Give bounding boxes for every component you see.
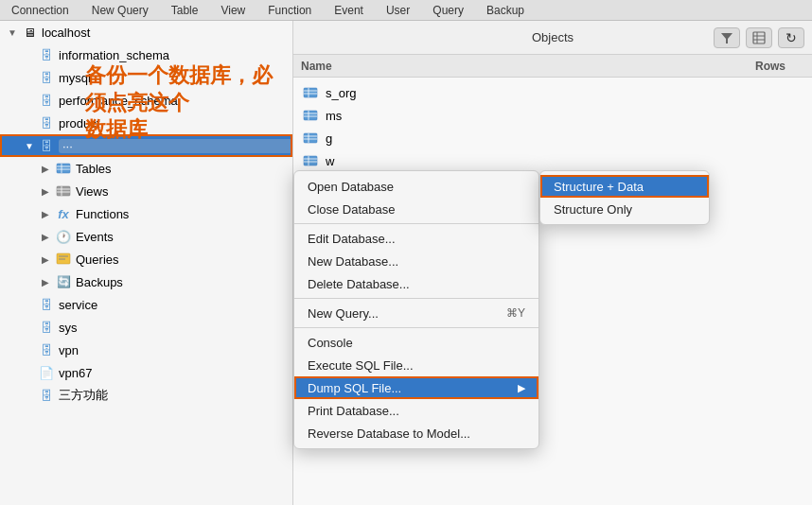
db-label-sys: sys	[59, 321, 292, 335]
menu-connection[interactable]: Connection	[8, 2, 73, 19]
table-view-button[interactable]	[746, 27, 772, 48]
backups-icon: 🔄	[55, 273, 72, 290]
objects-table-header: Name Rows	[293, 55, 812, 78]
db-label-vpn: vpn	[59, 343, 292, 357]
ctx-dump-sql-label: Dump SQL File...	[308, 381, 401, 395]
obj-row-1[interactable]: s_org	[293, 81, 812, 104]
tree-item-backups[interactable]: ▶ 🔄 Backups	[0, 270, 292, 293]
tree-item-product[interactable]: ▶ 🗄 product	[0, 112, 292, 134]
tree-item-performance-schema[interactable]: ▶ 🗄 performance_schema	[0, 89, 292, 112]
submenu-structure-only[interactable]: Structure Only	[540, 198, 709, 220]
ctx-sep-3	[294, 327, 538, 328]
obj-name-2: ms	[326, 109, 342, 123]
chevron-events: ▶	[42, 232, 55, 242]
ctx-sep-2	[294, 298, 538, 299]
submenu-structure-data[interactable]: Structure + Data	[540, 175, 709, 198]
queries-icon	[55, 251, 72, 268]
db-icon-sanfang: 🗄	[38, 387, 55, 404]
db-icon-vpn: 🗄	[38, 341, 55, 358]
tree-item-information-schema[interactable]: ▶ 🗄 information_schema	[0, 44, 292, 66]
tree-item-events[interactable]: ▶ 🕐 Events	[0, 225, 292, 248]
ctx-edit-database-label: Edit Database...	[308, 232, 396, 246]
db-label-sanfang: 三方功能	[59, 387, 292, 404]
ctx-console[interactable]: Console	[294, 331, 538, 354]
ctx-delete-database[interactable]: Delete Database...	[294, 272, 538, 295]
tree-item-views[interactable]: ▶ Views	[0, 180, 292, 202]
db-label-service: service	[59, 298, 292, 312]
db-icon-mysql: 🗄	[38, 69, 55, 86]
svg-rect-12	[753, 32, 765, 44]
menu-backup[interactable]: Backup	[483, 2, 528, 19]
backups-label: Backups	[76, 275, 292, 289]
tree-item-queries[interactable]: ▶ Queries	[0, 248, 292, 270]
db-label-product: product	[59, 116, 292, 131]
ctx-print-database[interactable]: Print Database...	[294, 399, 538, 422]
tree-item-mysql[interactable]: ▶ 🗄 mysql	[0, 66, 292, 89]
tree-item-vpn67[interactable]: ▶ 📄 vpn67	[0, 361, 292, 384]
obj-row-2[interactable]: ms	[293, 104, 812, 127]
views-label: Views	[76, 184, 292, 199]
ctx-open-database[interactable]: Open Database	[294, 175, 538, 198]
db-label-mysql: mysql	[59, 71, 292, 85]
ctx-close-database-label: Close Database	[308, 202, 396, 217]
submenu: Structure + Data Structure Only	[539, 170, 710, 225]
server-icon: 🖥	[21, 24, 38, 41]
menu-event[interactable]: Event	[330, 2, 367, 19]
refresh-button[interactable]: ↻	[778, 27, 804, 48]
svg-rect-0	[57, 164, 70, 173]
objects-header: Objects ↻	[293, 21, 812, 55]
ctx-new-database[interactable]: New Database...	[294, 250, 538, 272]
tree-item-selected-db[interactable]: ▼ 🗄 ···	[0, 134, 292, 157]
obj-row-3[interactable]: g	[293, 127, 812, 149]
tree-item-service[interactable]: ▶ 🗄 service	[0, 293, 292, 316]
tree-item-localhost[interactable]: ▼ 🖥 localhost	[0, 21, 292, 44]
ctx-new-query-label: New Query...	[308, 306, 379, 321]
svg-rect-28	[304, 156, 317, 165]
ctx-new-query[interactable]: New Query... ⌘Y	[294, 302, 538, 324]
menu-new-query[interactable]: New Query	[88, 2, 152, 19]
obj-name-1: s_org	[326, 86, 357, 100]
col-header-name: Name	[301, 60, 624, 73]
functions-label: Functions	[76, 207, 292, 221]
chevron-backups: ▶	[42, 277, 55, 287]
ctx-new-database-label: New Database...	[308, 254, 398, 269]
events-icon: 🕐	[55, 228, 72, 245]
chevron-functions: ▶	[42, 209, 55, 219]
objects-title: Objects	[532, 30, 574, 44]
db-icon-information-schema: 🗄	[38, 46, 55, 63]
ctx-execute-sql-file[interactable]: Execute SQL File...	[294, 354, 538, 376]
menu-function[interactable]: Function	[264, 2, 315, 19]
tree-item-functions[interactable]: ▶ fx Functions	[0, 202, 292, 225]
ctx-new-query-shortcut: ⌘Y	[506, 306, 525, 320]
db-label-information-schema: information_schema	[59, 48, 292, 62]
file-icon-vpn67: 📄	[38, 364, 55, 381]
events-label: Events	[76, 230, 292, 244]
tree-item-sys[interactable]: ▶ 🗄 sys	[0, 316, 292, 339]
tables-label: Tables	[76, 162, 292, 176]
menu-user[interactable]: User	[382, 2, 414, 19]
ctx-dump-sql-file[interactable]: Dump SQL File... ▶	[294, 376, 538, 399]
filter-button[interactable]	[714, 27, 740, 48]
chevron-down-icon: ▼	[8, 27, 21, 38]
submenu-structure-data-label: Structure + Data	[554, 180, 644, 194]
chevron-queries: ▶	[42, 254, 55, 265]
ctx-reverse-database-label: Reverse Database to Model...	[308, 427, 470, 441]
submenu-structure-only-label: Structure Only	[554, 202, 632, 217]
ctx-open-database-label: Open Database	[308, 180, 394, 194]
table-icon-1	[301, 84, 320, 101]
ctx-execute-sql-label: Execute SQL File...	[308, 358, 414, 373]
tree-item-vpn[interactable]: ▶ 🗄 vpn	[0, 339, 292, 361]
obj-row-4[interactable]: w	[293, 149, 812, 172]
objects-toolbar: ↻	[714, 27, 804, 48]
chevron-tables: ▶	[42, 164, 55, 174]
ctx-edit-database[interactable]: Edit Database...	[294, 227, 538, 250]
menu-view[interactable]: View	[217, 2, 249, 19]
tree-item-tables[interactable]: ▶ Tables	[0, 157, 292, 180]
tree-item-sanfang[interactable]: ▶ 🗄 三方功能	[0, 384, 292, 407]
db-label-vpn67: vpn67	[59, 366, 292, 380]
ctx-reverse-database[interactable]: Reverse Database to Model...	[294, 422, 538, 444]
obj-name-4: w	[326, 154, 334, 168]
menu-query[interactable]: Query	[429, 2, 468, 19]
ctx-close-database[interactable]: Close Database	[294, 198, 538, 220]
menu-table[interactable]: Table	[168, 2, 203, 19]
